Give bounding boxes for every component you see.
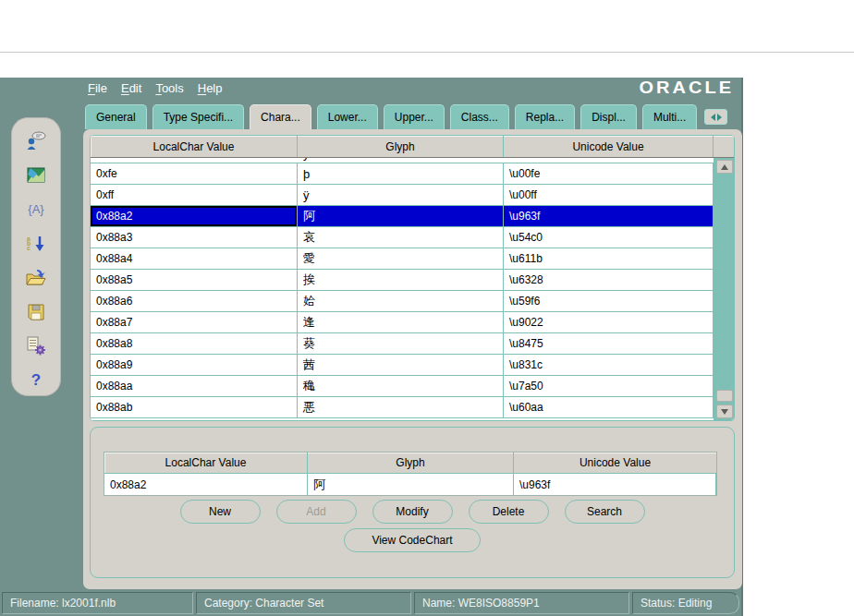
tab-type-specific[interactable]: Type Specifi... bbox=[152, 104, 244, 129]
cell-glyph[interactable]: 穐 bbox=[298, 376, 504, 396]
cell-unicode[interactable]: \u7a50 bbox=[504, 376, 714, 396]
editor-glyph-field[interactable]: 阿 bbox=[308, 474, 514, 495]
save-icon[interactable] bbox=[24, 300, 48, 323]
open-icon[interactable] bbox=[24, 266, 48, 289]
cell-unicode[interactable]: \u00fe bbox=[504, 163, 714, 184]
editor-localchar-field[interactable]: 0x88a2 bbox=[104, 474, 308, 495]
table-row[interactable]: 0x88a5挨\u6328 bbox=[91, 270, 714, 291]
delete-button[interactable]: Delete bbox=[469, 500, 549, 524]
tab-general[interactable]: General bbox=[85, 104, 147, 129]
territory-icon[interactable] bbox=[24, 163, 48, 187]
scroll-up-button[interactable] bbox=[716, 160, 733, 174]
new-button[interactable]: New bbox=[180, 500, 261, 524]
cell-unicode[interactable]: \u831c bbox=[504, 355, 714, 375]
tab-bar: General Type Specifi... Chara... Lower..… bbox=[85, 104, 727, 129]
document-gear-icon bbox=[25, 335, 47, 356]
character-data-panel: LocalChar Value Glyph Unicode Value 0xfd… bbox=[83, 129, 742, 589]
collation-icon[interactable]: abc bbox=[24, 232, 48, 255]
cell-localchar[interactable]: 0x88aa bbox=[91, 376, 298, 396]
table-row[interactable]: 0x88ab悪\u60aa bbox=[91, 397, 714, 418]
table-row[interactable]: 0x88a8葵\u8475 bbox=[91, 333, 714, 355]
table-row[interactable]: 0x88a3哀\u54c0 bbox=[91, 227, 714, 248]
cell-unicode[interactable]: \u54c0 bbox=[504, 227, 714, 248]
cell-glyph[interactable]: 茜 bbox=[298, 355, 504, 375]
cell-unicode[interactable]: \u963f bbox=[504, 206, 714, 226]
cell-unicode[interactable]: \u6328 bbox=[504, 270, 714, 290]
cell-localchar[interactable]: 0x88a8 bbox=[91, 333, 298, 354]
modify-button[interactable]: Modify bbox=[372, 500, 453, 524]
table-row[interactable]: 0x88a7逢\u9022 bbox=[91, 312, 714, 333]
table-row[interactable]: 0xfeþ\u00fe bbox=[91, 163, 714, 185]
cell-glyph[interactable]: 挨 bbox=[298, 270, 504, 290]
tab-replacement[interactable]: Repla... bbox=[515, 104, 575, 129]
generate-nlb-icon[interactable] bbox=[24, 334, 48, 357]
tab-multibyte[interactable]: Multi... bbox=[642, 104, 697, 129]
tab-classification[interactable]: Class... bbox=[450, 104, 509, 129]
menu-edit[interactable]: Edit bbox=[121, 81, 141, 95]
cell-localchar[interactable]: 0x88a7 bbox=[91, 312, 298, 332]
map-icon bbox=[26, 165, 46, 186]
scroll-down-button[interactable] bbox=[716, 405, 733, 418]
view-codechart-row: View CodeChart bbox=[91, 528, 734, 552]
column-header-localchar: LocalChar Value bbox=[91, 136, 298, 157]
help-icon[interactable]: ? bbox=[24, 368, 48, 392]
tab-display[interactable]: Displ... bbox=[580, 104, 637, 129]
column-header-unicode: Unicode Value bbox=[504, 136, 714, 157]
question-mark-glyph: ? bbox=[31, 371, 41, 390]
cell-localchar[interactable]: 0x88a3 bbox=[91, 227, 298, 248]
tab-lowercase[interactable]: Lower... bbox=[317, 104, 378, 129]
floppy-disk-icon bbox=[26, 302, 46, 322]
cell-glyph[interactable]: 逢 bbox=[298, 312, 504, 332]
table-row[interactable]: 0x88aa穐\u7a50 bbox=[91, 376, 714, 397]
new-language-icon[interactable] bbox=[24, 129, 48, 152]
cell-localchar[interactable]: 0xff bbox=[91, 185, 298, 205]
cell-unicode[interactable]: \u59f6 bbox=[504, 291, 714, 311]
cell-localchar[interactable]: 0xfe bbox=[91, 163, 298, 184]
cell-glyph[interactable]: 悪 bbox=[298, 397, 504, 417]
tab-character-data[interactable]: Chara... bbox=[250, 104, 311, 129]
arrow-up-icon bbox=[721, 164, 728, 170]
cell-localchar[interactable]: 0x88a5 bbox=[91, 270, 298, 290]
table-row[interactable]: 0x88a6姶\u59f6 bbox=[91, 291, 714, 312]
table-scrollbar[interactable] bbox=[714, 158, 734, 420]
menu-tools[interactable]: Tools bbox=[155, 81, 183, 95]
cell-glyph[interactable]: 葵 bbox=[298, 333, 504, 354]
menu-file[interactable]: File bbox=[88, 81, 107, 95]
table-row[interactable]: 0x88a9茜\u831c bbox=[91, 355, 714, 376]
character-set-icon[interactable]: {A} bbox=[24, 198, 48, 221]
locale-builder-window: File Edit Tools Help ORACLE General Type… bbox=[0, 78, 743, 616]
editor-table: LocalChar Value Glyph Unicode Value 0x88… bbox=[104, 452, 717, 496]
column-header-spacer bbox=[714, 136, 734, 157]
table-row[interactable]: 0xffÿ\u00ff bbox=[91, 185, 714, 206]
tab-uppercase[interactable]: Upper... bbox=[384, 104, 445, 129]
cell-glyph[interactable]: þ bbox=[298, 163, 504, 184]
cell-unicode[interactable]: \u611b bbox=[504, 248, 714, 269]
table-row[interactable]: 0x88a4愛\u611b bbox=[91, 248, 714, 270]
add-button[interactable]: Add bbox=[276, 500, 357, 524]
cell-localchar[interactable]: 0x88ab bbox=[91, 397, 298, 417]
cell-unicode[interactable]: \u8475 bbox=[504, 333, 714, 354]
search-button[interactable]: Search bbox=[565, 500, 645, 524]
cell-glyph[interactable]: 姶 bbox=[298, 291, 504, 311]
cell-unicode[interactable]: \u00ff bbox=[504, 185, 714, 205]
cell-unicode[interactable]: \u9022 bbox=[504, 312, 714, 332]
cell-localchar[interactable]: 0x88a6 bbox=[91, 291, 298, 311]
cell-localchar[interactable]: 0x88a4 bbox=[91, 248, 298, 269]
cell-glyph[interactable]: ÿ bbox=[298, 185, 504, 205]
cell-glyph[interactable]: 愛 bbox=[298, 248, 504, 269]
tab-scroll-button[interactable] bbox=[704, 109, 727, 125]
scrollbar-thumb[interactable] bbox=[716, 390, 733, 402]
folder-open-icon bbox=[25, 268, 47, 288]
cell-glyph[interactable]: 阿 bbox=[298, 206, 504, 226]
cell-localchar[interactable]: 0x88a9 bbox=[91, 355, 298, 375]
cell-localchar[interactable]: 0x88a2 bbox=[91, 206, 298, 226]
view-codechart-button[interactable]: View CodeChart bbox=[344, 528, 481, 552]
table-row[interactable]: 0x88a2阿\u963f bbox=[91, 206, 714, 227]
cell-glyph[interactable]: 哀 bbox=[298, 227, 504, 248]
cell-unicode[interactable]: \u60aa bbox=[504, 397, 714, 417]
editor-header-unicode: Unicode Value bbox=[514, 453, 716, 473]
editor-unicode-field[interactable]: \u963f bbox=[514, 474, 716, 495]
oracle-logo: ORACLE bbox=[640, 79, 734, 98]
menu-help[interactable]: Help bbox=[198, 81, 223, 95]
editor-row: 0x88a2 阿 \u963f bbox=[104, 474, 716, 495]
